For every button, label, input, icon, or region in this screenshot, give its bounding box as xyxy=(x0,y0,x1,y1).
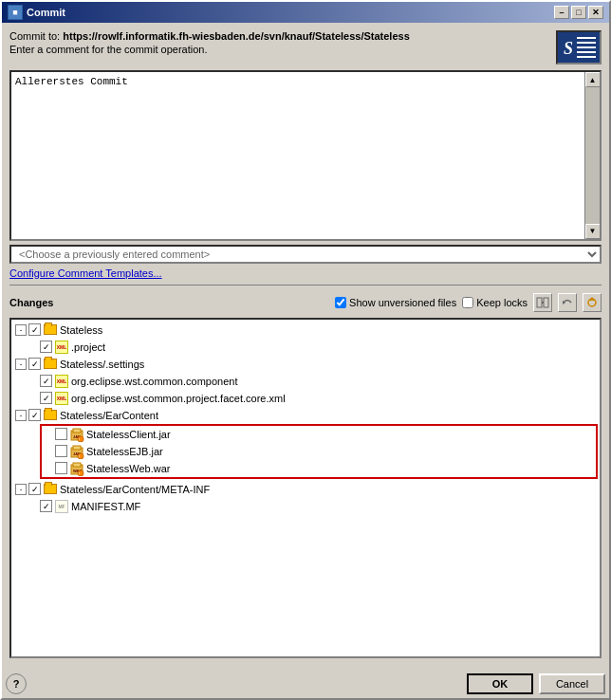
keep-locks-group: Keep locks xyxy=(462,297,528,308)
checkbox-ejb-jar[interactable] xyxy=(55,445,67,457)
folder-icon-settings xyxy=(43,357,58,372)
jar-icon-web: WAR ! xyxy=(69,461,84,476)
minimize-button[interactable]: – xyxy=(554,6,569,19)
show-unversioned-checkbox[interactable] xyxy=(335,297,346,308)
title-bar: ■ Commit – □ ✕ xyxy=(2,2,609,23)
keep-locks-label: Keep locks xyxy=(476,297,528,308)
xml-icon-wst-facet: XML xyxy=(54,391,69,406)
footer-section: ? OK Cancel xyxy=(2,666,609,698)
folder-icon-earcontent xyxy=(43,408,58,423)
revert-button[interactable] xyxy=(558,293,577,312)
expand-metainf[interactable]: - xyxy=(15,484,27,495)
footer-buttons: OK Cancel xyxy=(467,673,605,694)
comment-textarea[interactable]: Allererstes Commit xyxy=(11,72,600,239)
cancel-button[interactable]: Cancel xyxy=(539,673,605,694)
highlighted-jar-group: JAR ! StatelessClient.jar xyxy=(40,424,598,479)
tree-row: WAR ! StatelessWeb.war xyxy=(42,460,596,477)
comment-area-container: Allererstes Commit ▲ ▼ xyxy=(9,70,602,241)
checkbox-web-war[interactable] xyxy=(55,462,67,474)
scroll-up-arrow[interactable]: ▲ xyxy=(585,72,601,87)
previous-comment-row: <Choose a previously entered comment> xyxy=(9,245,602,264)
xml-icon-project: XML xyxy=(54,340,69,355)
svg-text:!: ! xyxy=(79,471,80,476)
commit-to-row: Commit to: https://rowlf.informatik.fh-w… xyxy=(9,30,556,42)
tree-row: XML org.eclipse.wst.common.project.facet… xyxy=(13,390,598,407)
checkbox-metainf[interactable] xyxy=(28,483,41,495)
window-title: Commit xyxy=(27,7,65,18)
tree-row: JAR ! StatelessClient.jar xyxy=(42,426,596,443)
checkbox-stateless[interactable] xyxy=(28,323,41,336)
commit-to-label: Commit to: xyxy=(9,30,60,42)
svg-text:S: S xyxy=(564,39,573,58)
client-jar-label: StatelessClient.jar xyxy=(86,427,171,442)
expand-settings[interactable]: - xyxy=(15,359,27,370)
header-hint: Enter a comment for the commit operation… xyxy=(9,44,556,55)
checkbox-wst-facet[interactable] xyxy=(40,392,52,404)
ok-button[interactable]: OK xyxy=(467,673,533,694)
settings-label: Stateless/.settings xyxy=(60,357,144,372)
tree-row: - Stateless/EarContent xyxy=(13,407,598,424)
help-button[interactable]: ? xyxy=(6,673,27,694)
stateless-label: Stateless xyxy=(60,322,102,338)
web-war-label: StatelessWeb.war xyxy=(86,461,170,476)
commit-url: https://rowlf.informatik.fh-wiesbaden.de… xyxy=(63,30,410,42)
svg-rect-19 xyxy=(73,446,81,450)
folder-icon-metainf xyxy=(43,482,58,497)
xml-icon-wst-common: XML xyxy=(54,374,69,389)
folder-icon-stateless xyxy=(43,322,58,338)
close-button[interactable]: ✕ xyxy=(588,6,603,19)
ejb-jar-label: StatelessEJB.jar xyxy=(86,444,163,459)
earcontent-label: Stateless/EarContent xyxy=(60,408,158,423)
wst-common-label: org.eclipse.wst.common.component xyxy=(71,374,237,389)
refresh-button[interactable] xyxy=(583,293,602,312)
commit-dialog: ■ Commit – □ ✕ Commit to: https://rowlf.… xyxy=(0,0,611,700)
project-label: .project xyxy=(71,340,105,355)
checkbox-project[interactable] xyxy=(40,341,52,353)
tree-row: XML org.eclipse.wst.common.component xyxy=(13,373,598,390)
svn-logo: S xyxy=(556,30,602,64)
checkbox-settings[interactable] xyxy=(28,358,41,370)
file-tree: - Stateless XML .project - xyxy=(9,318,602,658)
scroll-down-arrow[interactable]: ▼ xyxy=(585,224,601,239)
jar-icon-ejb: JAR ! xyxy=(69,444,84,459)
expand-stateless[interactable]: - xyxy=(15,324,27,336)
svg-rect-7 xyxy=(537,298,542,307)
tree-row: - Stateless/.settings xyxy=(13,356,598,373)
svg-text:!: ! xyxy=(79,454,80,459)
svg-rect-14 xyxy=(73,429,81,433)
checkbox-earcontent[interactable] xyxy=(28,409,41,421)
checkbox-wst-common[interactable] xyxy=(40,375,52,387)
checkbox-manifest[interactable] xyxy=(40,500,52,512)
window-icon: ■ xyxy=(8,5,23,20)
compare-button[interactable] xyxy=(533,293,552,312)
tree-row: MF MANIFEST.MF xyxy=(13,498,598,515)
file-icon-manifest: MF xyxy=(54,499,69,514)
tree-row: XML .project xyxy=(13,339,598,356)
keep-locks-checkbox[interactable] xyxy=(462,297,473,308)
wst-facet-label: org.eclipse.wst.common.project.facet.cor… xyxy=(71,391,286,406)
tree-row: - Stateless xyxy=(13,322,598,339)
svg-rect-24 xyxy=(73,463,81,467)
metainf-label: Stateless/EarContent/META-INF xyxy=(60,482,210,497)
title-bar-controls: – □ ✕ xyxy=(554,6,603,19)
show-unversioned-label: Show unversioned files xyxy=(349,297,456,308)
svg-text:!: ! xyxy=(79,437,80,442)
dialog-content: Commit to: https://rowlf.informatik.fh-w… xyxy=(2,23,609,666)
previous-comment-dropdown[interactable]: <Choose a previously entered comment> xyxy=(9,245,602,264)
jar-icon-client: JAR ! xyxy=(69,427,84,442)
maximize-button[interactable]: □ xyxy=(571,6,586,19)
configure-link[interactable]: Configure Comment Templates... xyxy=(9,267,602,279)
svg-rect-8 xyxy=(544,298,548,307)
expand-earcontent[interactable]: - xyxy=(15,410,27,421)
header-section: Commit to: https://rowlf.informatik.fh-w… xyxy=(9,30,602,64)
scroll-track[interactable] xyxy=(585,87,601,224)
toolbar-row: Changes Show unversioned files Keep lock… xyxy=(9,291,602,314)
tree-row: JAR ! StatelessEJB.jar xyxy=(42,443,596,460)
changes-label: Changes xyxy=(9,297,329,308)
tree-row: - Stateless/EarContent/META-INF xyxy=(13,481,598,498)
checkbox-client-jar[interactable] xyxy=(55,428,67,440)
manifest-label: MANIFEST.MF xyxy=(71,499,140,514)
separator-1 xyxy=(9,285,602,286)
comment-scrollbar: ▲ ▼ xyxy=(584,72,600,239)
show-unversioned-group: Show unversioned files xyxy=(335,297,456,308)
